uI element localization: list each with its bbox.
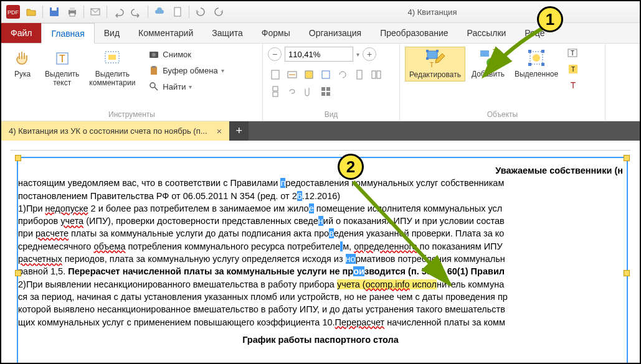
svg-rect-27	[273, 92, 278, 96]
hand-button[interactable]: Рука	[6, 47, 39, 80]
page-continuous-icon[interactable]	[268, 84, 283, 99]
tab-convert[interactable]: Преобразование	[371, 23, 457, 43]
select-text-icon: T	[52, 49, 72, 68]
callout-1: 1	[537, 6, 563, 32]
undo-icon[interactable]	[110, 4, 126, 20]
print-icon[interactable]	[64, 4, 80, 20]
callout-2: 2	[338, 154, 364, 180]
close-tab-icon[interactable]: ×	[217, 126, 222, 136]
obj-misc3-icon[interactable]: T	[567, 79, 579, 94]
group-view-label: Вид	[268, 109, 394, 119]
svg-text:PDF: PDF	[7, 9, 19, 16]
redo-icon[interactable]	[128, 4, 145, 20]
document-page[interactable]: Уважаемые собственники (н настоящим увед…	[11, 150, 630, 364]
svg-rect-28	[321, 87, 325, 91]
fit-page-icon[interactable]	[268, 67, 283, 82]
add-button[interactable]: T+ Добавить	[468, 47, 508, 80]
doc-icon[interactable]	[169, 4, 186, 20]
snapshot-button[interactable]: Снимок	[145, 47, 227, 62]
svg-text:T: T	[430, 62, 434, 68]
fit-width-icon[interactable]	[285, 67, 300, 82]
svg-rect-46	[541, 63, 544, 66]
svg-rect-25	[377, 71, 381, 78]
window-title: 4) Квитанция	[229, 7, 636, 17]
tab-forms[interactable]: Формы	[252, 23, 300, 43]
obj-misc1-icon[interactable]: T	[567, 47, 579, 62]
handle-mr[interactable]	[624, 270, 630, 276]
zoom-out-button[interactable]: −	[268, 47, 282, 61]
mail-icon[interactable]	[87, 4, 103, 20]
svg-point-17	[150, 83, 155, 88]
svg-rect-3	[52, 7, 57, 11]
zoom-input[interactable]	[285, 47, 353, 62]
svg-text:T: T	[59, 54, 65, 64]
rotate-icon[interactable]	[335, 67, 350, 82]
attach-icon[interactable]	[302, 84, 316, 99]
group-objects-label: Объекты	[405, 109, 600, 119]
find-button[interactable]: Найти▾	[145, 79, 227, 94]
save-icon[interactable]	[46, 4, 62, 20]
svg-rect-23	[357, 70, 362, 79]
page-single-icon[interactable]	[352, 67, 367, 82]
fit-visible-icon[interactable]	[302, 67, 316, 82]
svg-rect-34	[426, 50, 429, 52]
svg-rect-30	[321, 92, 325, 96]
open-icon[interactable]	[23, 4, 39, 20]
select-comments-button[interactable]: Выделить комментарии	[85, 47, 139, 90]
svg-rect-24	[372, 71, 376, 78]
grid-icon[interactable]	[318, 84, 333, 99]
obj-misc2-icon[interactable]: T	[567, 63, 579, 78]
svg-line-18	[154, 87, 158, 90]
handle-tr[interactable]	[624, 155, 630, 161]
zoom-in-button[interactable]: +	[363, 47, 376, 61]
svg-rect-6	[70, 13, 75, 16]
select-comments-icon	[102, 49, 122, 68]
svg-rect-5	[70, 7, 75, 11]
add-tab-button[interactable]: +	[229, 121, 249, 141]
svg-rect-36	[426, 57, 429, 60]
svg-text:T: T	[571, 80, 576, 90]
doc-tab-active[interactable]: 4) Квитанция из УК о состоянии счета по …	[1, 121, 229, 141]
edit-button[interactable]: T Редактировать	[405, 47, 465, 82]
tab-comment[interactable]: Комментарий	[129, 23, 202, 43]
selection-box[interactable]	[17, 157, 628, 364]
clipboard-icon	[148, 65, 159, 76]
camera-icon	[148, 49, 159, 60]
selected-icon	[526, 49, 546, 68]
svg-rect-26	[273, 86, 278, 91]
svg-rect-43	[528, 50, 531, 53]
svg-point-42	[533, 54, 540, 62]
group-tools-label: Инструменты	[6, 109, 257, 119]
tab-protect[interactable]: Защита	[202, 23, 252, 43]
tab-mail[interactable]: Рассылки	[458, 23, 516, 43]
clipboard-button[interactable]: Буфер обмена▾	[145, 63, 227, 78]
rotate-left-icon[interactable]	[192, 4, 209, 20]
tab-main[interactable]: Главная	[41, 23, 94, 44]
zoom-dropdown[interactable]: ▾	[356, 51, 359, 58]
tab-view[interactable]: Вид	[95, 23, 129, 43]
reflow-icon[interactable]	[318, 67, 333, 82]
tab-organize[interactable]: Организация	[300, 23, 371, 43]
doc-tabs: 4) Квитанция из УК о состоянии счета по …	[1, 121, 640, 141]
handle-ml[interactable]	[15, 270, 21, 276]
page-double-icon[interactable]	[369, 67, 384, 82]
svg-rect-22	[322, 71, 330, 78]
handle-tl[interactable]	[15, 155, 21, 161]
cloud-icon[interactable]	[151, 4, 168, 20]
document-area: Уважаемые собственники (н настоящим увед…	[1, 141, 640, 364]
select-text-button[interactable]: T Выделить текст	[41, 47, 83, 90]
tab-file[interactable]: Файл	[1, 23, 41, 43]
selected-button[interactable]: Выделенное	[511, 47, 562, 80]
rotate-right-icon[interactable]	[211, 4, 227, 20]
svg-rect-45	[528, 63, 531, 66]
svg-rect-21	[305, 71, 313, 78]
svg-rect-44	[541, 50, 544, 53]
svg-rect-31	[326, 92, 330, 96]
svg-text:T: T	[571, 66, 575, 73]
link-icon[interactable]	[285, 84, 300, 99]
search-icon	[148, 81, 159, 92]
app-icon: PDF	[5, 4, 21, 20]
svg-text:T: T	[571, 50, 574, 57]
svg-rect-35	[436, 50, 439, 52]
edit-icon: T	[425, 49, 445, 69]
